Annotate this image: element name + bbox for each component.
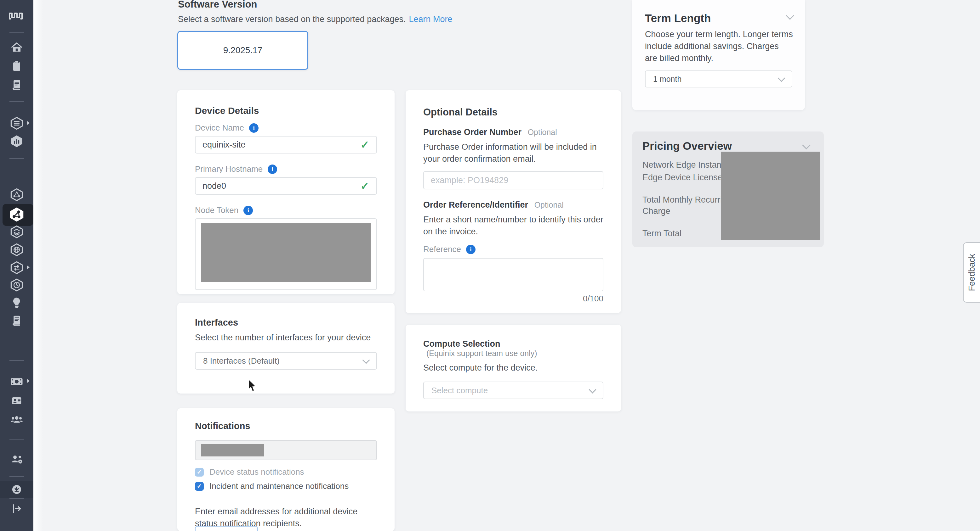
compute-selection-title: Compute Selection [423,339,500,349]
term-length-select[interactable]: 1 month [645,70,792,87]
sidebar-divider [10,32,24,33]
compute-selection-note: (Equinix support team use only) [426,349,537,358]
valid-check-icon [361,138,370,151]
sidebar-divider [10,158,24,159]
primary-hostname-input[interactable] [202,181,361,191]
term-length-title: Term Length [645,12,792,25]
network-edge-active-icon[interactable] [0,207,33,222]
feedback-tab[interactable]: Feedback [963,242,980,303]
content-left-gutter [33,0,43,531]
purchase-order-description: Purchase Order information will be inclu… [423,141,606,165]
submenu-arrow-icon [27,379,30,383]
sidebar-divider [10,360,24,361]
notification-email-input[interactable] [195,440,377,460]
node-token-textarea[interactable] [195,218,377,290]
internet-globe-hexagon-icon[interactable] [0,243,33,257]
home-icon[interactable] [0,40,33,54]
docs-book-icon[interactable] [0,313,33,327]
logout-icon[interactable] [0,502,33,515]
purchase-order-input[interactable] [431,176,596,185]
purchase-order-field-box [423,171,603,189]
notifications-card: Notifications Device status notification… [177,408,395,531]
ideas-lightbulb-icon[interactable] [0,296,33,309]
submenu-arrow-icon [27,121,30,125]
purchase-order-label: Purchase Order Number [423,127,522,137]
network-mesh-hexagon-icon[interactable] [0,188,33,201]
device-name-field-box [195,136,377,154]
info-icon[interactable] [243,206,253,215]
primary-hostname-label: Primary Hostname [195,164,262,174]
device-details-card: Device Details Device Name Primary Hostn… [177,90,395,294]
sidebar-divider [10,476,24,477]
optional-details-card: Optional Details Purchase Order Number O… [406,90,621,313]
learn-more-link[interactable]: Learn More [409,14,452,24]
order-reference-label: Order Reference/Identifier [423,200,528,209]
chevron-down-icon [362,356,370,364]
device-name-input[interactable] [202,140,361,150]
device-name-label: Device Name [195,123,244,133]
equinix-logo[interactable] [0,8,33,23]
sidebar-divider [10,439,24,440]
user-admin-gear-icon[interactable] [0,452,33,466]
term-length-panel: Term Length Choose your term length. Lon… [632,0,805,110]
sidebar-divider [10,101,24,102]
info-icon[interactable] [249,123,259,133]
sidebar-divider [10,498,24,499]
optional-details-title: Optional Details [423,107,603,118]
optional-tag: Optional [535,200,564,209]
compute-selection-subtitle: Select compute for the device. [423,363,603,373]
incident-maintenance-checkbox-label: Incident and maintenance notifications [209,481,348,491]
interfaces-subtitle: Select the number of interfaces for your… [195,333,377,342]
notifications-title: Notifications [195,421,377,431]
chevron-down-icon [589,386,596,393]
device-status-checkbox-label: Device status notifications [209,467,304,477]
node-token-label: Node Token [195,205,239,215]
software-version-subtitle: Select a software version based on the s… [178,14,452,24]
primary-hostname-field-box [195,177,377,195]
compute-selection-card: Compute Selection (Equinix support team … [406,325,621,412]
info-icon[interactable] [268,165,277,174]
redacted-node-token [201,223,371,282]
reference-label: Reference [423,244,461,254]
info-icon[interactable] [466,245,476,254]
pricing-overview-title: Pricing Overview [643,139,814,152]
feedback-tab-label: Feedback [967,254,977,291]
history-clock-hexagon-icon[interactable] [0,278,33,292]
chevron-down-icon [778,74,785,82]
device-status-checkbox[interactable] [195,468,204,477]
add-email-button[interactable] [195,526,258,531]
updates-download-icon[interactable] [0,483,33,496]
orders-clipboard-icon[interactable] [0,59,33,73]
device-details-title: Device Details [195,105,377,116]
contact-card-icon[interactable] [0,394,33,408]
software-version-heading: Software Version [178,0,257,10]
sidebar-nav [0,0,33,531]
analytics-hexagon-icon[interactable] [0,134,33,148]
software-version-option[interactable]: 9.2025.17 [177,31,308,70]
reference-textarea[interactable] [423,258,603,291]
stack-hexagon-icon[interactable] [0,225,33,239]
submenu-arrow-icon [27,265,30,269]
users-group-icon[interactable] [0,413,33,426]
term-length-description: Choose your term length. Longer terms in… [645,28,793,64]
pricing-overview-panel: Pricing Overview Network Edge Instance E… [632,132,824,247]
interfaces-card: Interfaces Select the number of interfac… [177,303,395,393]
valid-check-icon [361,180,370,192]
redacted-email [201,444,264,457]
interfaces-title: Interfaces [195,317,377,328]
interfaces-select[interactable]: 8 Interfaces (Default) [195,352,377,369]
char-counter: 0/100 [423,294,603,304]
optional-tag: Optional [528,128,557,136]
order-reference-description: Enter a short name/number to identify th… [423,214,606,238]
network-edge-order-page: Software Version Select a software versi… [0,0,980,531]
mouse-cursor [248,379,258,394]
incident-maintenance-checkbox[interactable] [195,482,204,491]
compute-select[interactable]: Select compute [423,382,603,399]
redacted-pricing-values [721,152,820,240]
document-book-icon[interactable] [0,78,33,92]
